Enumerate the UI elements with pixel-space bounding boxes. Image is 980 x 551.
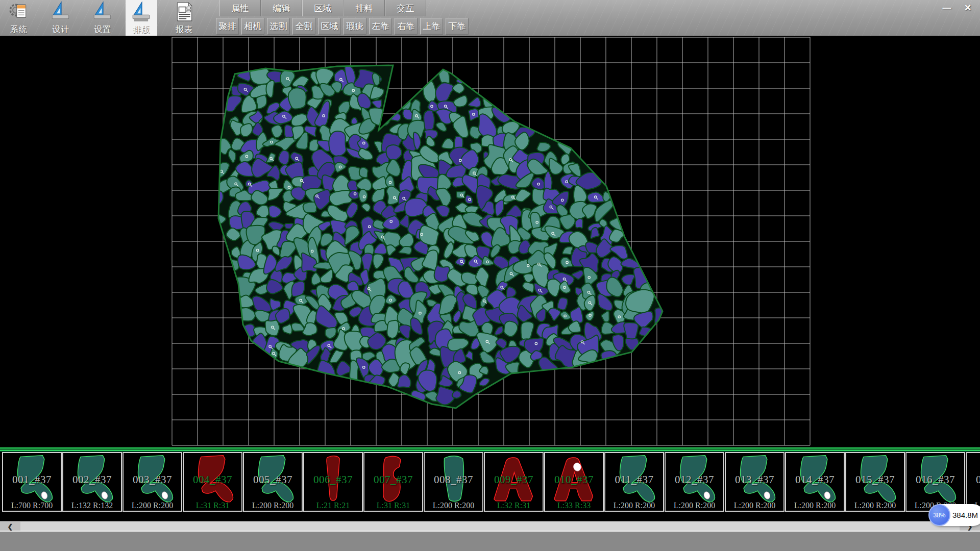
piece-thumbnail-017_#37[interactable]: 017_#37L:200 R:200 — [966, 452, 980, 512]
menu-tab-row: 属性编辑区域排料交互 — [219, 0, 426, 16]
menu-tab-3[interactable]: 区域 — [302, 0, 344, 16]
nesting-layout-view[interactable] — [0, 36, 980, 447]
gear-icon — [8, 1, 30, 24]
main-button-label: 报表 — [176, 24, 193, 35]
piece-thumbnail-009_#37[interactable]: 009_#37L:32 R:31 — [484, 452, 544, 512]
action-button-1[interactable]: 聚排 — [216, 18, 239, 35]
main-button-3[interactable]: 设置 — [87, 0, 118, 36]
action-button-8[interactable]: 右靠 — [395, 18, 418, 35]
piece-name: 011_#37 — [605, 473, 663, 486]
main-button-5[interactable]: 报表 — [168, 0, 200, 36]
piece-name: 004_#37 — [184, 473, 241, 486]
piece-name: 012_#37 — [666, 473, 723, 486]
main-button-label: 设置 — [94, 24, 111, 35]
app-window: 系统设计设置排版报表 属性编辑区域排料交互 聚排相机选割全割区域瑕疵左靠右靠上靠… — [0, 0, 980, 551]
piece-name: 014_#37 — [786, 473, 844, 486]
progress-percent: 38% — [933, 512, 945, 519]
piece-name: 008_#37 — [425, 473, 482, 486]
minimize-button[interactable]: — — [938, 2, 956, 14]
piece-name: 017_#37 — [967, 473, 980, 486]
piece-thumbnail-008_#37[interactable]: 008_#37L:200 R:200 — [424, 452, 483, 512]
action-button-2[interactable]: 相机 — [241, 18, 264, 35]
piece-thumbnail-013_#37[interactable]: 013_#37L:200 R:200 — [725, 452, 785, 512]
piece-thumbnail-011_#37[interactable]: 011_#37L:200 R:200 — [604, 452, 664, 512]
piece-name: 007_#37 — [364, 473, 422, 486]
piece-thumbnail-012_#37[interactable]: 012_#37L:200 R:200 — [665, 452, 724, 512]
set-square-icon — [92, 1, 113, 24]
piece-name: 002_#37 — [63, 473, 121, 486]
piece-name: 009_#37 — [485, 473, 543, 486]
piece-thumbnail-003_#37[interactable]: 003_#37L:200 R:200 — [122, 452, 182, 512]
piece-thumbnail-015_#37[interactable]: 015_#37L:200 R:200 — [845, 452, 905, 512]
piece-lr-count: L:200 R:200 — [605, 501, 663, 510]
strip-divider — [0, 447, 980, 452]
piece-thumbnail-016_#37[interactable]: 016_#37L:200 R:200 — [905, 452, 965, 512]
piece-lr-count: L:200 R:200 — [726, 501, 783, 510]
piece-lr-count: L:21 R:21 — [304, 501, 362, 510]
piece-lr-count: L:31 R:31 — [184, 501, 241, 510]
piece-thumbnail-002_#37[interactable]: 002_#37L:132 R:132 — [62, 452, 122, 512]
close-button[interactable]: ✕ — [959, 2, 977, 14]
piece-name: 016_#37 — [906, 473, 964, 486]
action-button-6[interactable]: 瑕疵 — [344, 18, 366, 35]
set-square-icon — [131, 1, 152, 24]
main-button-4[interactable]: 排版 — [126, 0, 157, 36]
piece-name: 010_#37 — [545, 473, 603, 486]
piece-name: 015_#37 — [846, 473, 904, 486]
piece-thumbnail-006_#37[interactable]: 006_#37L:21 R:21 — [303, 452, 363, 512]
main-button-label: 设计 — [52, 24, 69, 35]
piece-lr-count: L:200 R:200 — [124, 501, 181, 510]
menu-tab-4[interactable]: 排料 — [344, 0, 385, 16]
piece-lr-count: L:200 R:200 — [846, 501, 904, 510]
window-controls: — ✕ — [938, 2, 977, 14]
action-button-row: 聚排相机选割全割区域瑕疵左靠右靠上靠下靠 — [216, 17, 469, 36]
menu-tab-2[interactable]: 编辑 — [261, 0, 302, 16]
memory-status-badge: 38% 384.8M — [930, 504, 980, 526]
set-square-icon — [50, 1, 71, 24]
piece-name: 005_#37 — [244, 473, 302, 486]
piece-thumbnail-005_#37[interactable]: 005_#37L:200 R:200 — [243, 452, 303, 512]
piece-thumbnail-010_#37[interactable]: 010_#37L:33 R:33 — [544, 452, 604, 512]
piece-lr-count: L:700 R:700 — [3, 501, 61, 510]
progress-circle: 38% — [928, 504, 950, 526]
piece-lr-count: L:200 R:200 — [244, 501, 302, 510]
piece-lr-count: L:31 R:31 — [364, 501, 422, 510]
main-button-2[interactable]: 设计 — [45, 0, 77, 36]
piece-thumbnail-007_#37[interactable]: 007_#37L:31 R:31 — [363, 452, 423, 512]
toolbar: 系统设计设置排版报表 属性编辑区域排料交互 聚排相机选割全割区域瑕疵左靠右靠上靠… — [0, 0, 980, 36]
piece-lr-count: L:32 R:31 — [485, 501, 543, 510]
piece-thumbnail-014_#37[interactable]: 014_#37L:200 R:200 — [785, 452, 845, 512]
piece-thumbnail-001_#37[interactable]: 001_#37L:700 R:700 — [2, 452, 62, 512]
action-button-10[interactable]: 下靠 — [446, 18, 469, 35]
piece-lr-count: L:33 R:33 — [545, 501, 603, 510]
piece-name: 003_#37 — [124, 473, 181, 486]
horizontal-scrollbar[interactable]: ❮ ❯ — [0, 521, 980, 531]
piece-name: 006_#37 — [304, 473, 362, 486]
nesting-canvas[interactable] — [0, 36, 980, 447]
report-icon — [174, 1, 195, 24]
menu-tab-1[interactable]: 属性 — [219, 0, 261, 16]
action-button-9[interactable]: 上靠 — [420, 18, 443, 35]
piece-lr-count: L:200 R:200 — [666, 501, 723, 510]
scroll-left-button[interactable]: ❮ — [0, 522, 20, 531]
piece-thumbnail-004_#37[interactable]: 004_#37L:31 R:31 — [183, 452, 242, 512]
menu-tab-5[interactable]: 交互 — [385, 0, 426, 16]
pieces-thumbnail-strip: 001_#37L:700 R:700002_#37L:132 R:132003_… — [0, 452, 980, 512]
memory-value: 384.8M — [952, 511, 978, 519]
piece-lr-count: L:200 R:200 — [786, 501, 844, 510]
action-button-7[interactable]: 左靠 — [369, 18, 392, 35]
action-button-3[interactable]: 选割 — [267, 18, 290, 35]
main-button-label: 系统 — [10, 24, 28, 35]
piece-name: 001_#37 — [3, 473, 61, 486]
action-button-5[interactable]: 区域 — [318, 18, 341, 35]
main-button-label: 排版 — [133, 24, 150, 35]
main-button-1[interactable]: 系统 — [3, 0, 35, 36]
piece-name: 013_#37 — [726, 473, 783, 486]
action-button-4[interactable]: 全割 — [292, 18, 315, 35]
status-bar — [0, 531, 980, 551]
piece-lr-count: L:132 R:132 — [63, 501, 121, 510]
piece-lr-count: L:200 R:200 — [425, 501, 482, 510]
